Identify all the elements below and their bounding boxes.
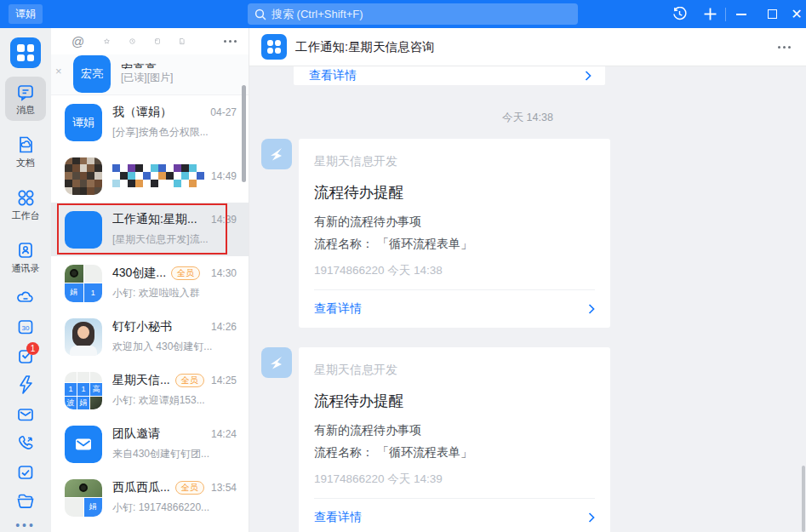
sidebar-item-calls[interactable] [4, 433, 47, 454]
group-avatar: 娟 1 [65, 265, 102, 302]
view-details-link[interactable]: 查看详情 [314, 510, 362, 525]
mention-icon[interactable]: @ [71, 34, 84, 49]
chat-item-censored[interactable]: 14:49 [51, 149, 249, 203]
card-link-row[interactable]: 查看详情 [314, 498, 595, 532]
mail-icon [15, 404, 36, 425]
sidebar-item-todo[interactable]: 1 [4, 346, 47, 366]
close-icon: ✕ [791, 8, 802, 21]
chevron-right-icon [588, 512, 595, 523]
sidebar-item-messages[interactable]: 消息 [5, 77, 46, 121]
sidebar-item-folder[interactable] [4, 491, 47, 512]
chat-time: 14:39 [206, 214, 237, 226]
search-placeholder: 搜索 (Ctrl+Shift+F) [272, 7, 363, 22]
folder-icon [15, 491, 36, 512]
sidebar-item-calendar[interactable]: 30 [4, 317, 47, 337]
group-avatar: 1 1 高 波 娟 [65, 372, 102, 409]
recent-clock-icon[interactable] [129, 34, 135, 49]
all-members-badge: 全员 [175, 481, 204, 495]
chat-preview: [已读][图片] [121, 71, 237, 85]
app-avatar [261, 139, 292, 169]
close-button[interactable]: ✕ [787, 0, 806, 28]
avatar: 谭娟 [65, 104, 102, 141]
conversation-title: 工作通知:星期天信息咨询 [295, 39, 435, 55]
conversation-more-icon[interactable] [778, 46, 791, 49]
card-link-row[interactable]: 查看详情 [314, 289, 595, 328]
sidebar-item-drive[interactable] [4, 288, 47, 308]
chat-time: 14:24 [206, 428, 237, 440]
sidebar-item-mail[interactable] [4, 404, 47, 425]
chat-preview: 小钉: 欢迎啦啦入群 [112, 286, 237, 300]
search-icon [254, 9, 266, 20]
device-icon[interactable] [155, 34, 160, 49]
date-divider: 今天 14:38 [249, 111, 806, 125]
global-search-input[interactable]: 搜索 (Ctrl+Shift+F) [248, 3, 578, 25]
chat-preview: 小钉: 19174866220... [112, 501, 237, 515]
sidebar-more-icon[interactable]: ••• [15, 518, 36, 532]
sidebar-item-docs[interactable]: 文档 [5, 129, 46, 174]
notification-card[interactable]: 星期天信息开发 流程待办提醒 有新的流程待办事项 流程名称： 「循环流程表单」 … [299, 347, 610, 532]
card-meta: 19174866220 今天 14:38 [299, 263, 610, 278]
chat-name-clipped: 宏亮亮 [121, 62, 237, 69]
view-details-link[interactable]: 查看详情 [314, 301, 362, 317]
window-titlebar: 谭娟 搜索 (Ctrl+Shift+F) ✕ [0, 0, 806, 28]
chat-item-hongliang[interactable]: × 宏亮 宏亮亮 [已读][图片] [51, 54, 249, 95]
sidebar-item-flash[interactable] [4, 375, 47, 395]
minimize-button[interactable] [726, 0, 757, 28]
minimize-icon [736, 14, 746, 15]
chat-item-secretary[interactable]: 钉钉小秘书 14:26 欢迎加入 430创建钉... [51, 310, 249, 363]
sidebar-label-docs: 文档 [16, 157, 35, 169]
chat-item-work-notice[interactable]: 工作通知:星期... 14:39 [星期天信息开发]流... [51, 203, 249, 256]
chat-item-watermelon-group[interactable]: 娟 西瓜西瓜... 全员 13:54 小钉: 19174866220... [51, 471, 249, 524]
conversation-scrollbar[interactable] [802, 466, 805, 532]
close-chat-icon[interactable]: × [55, 65, 62, 77]
sidebar-item-contacts[interactable]: 通讯录 [5, 235, 46, 279]
message-row: 星期天信息开发 流程待办提醒 有新的流程待办事项 流程名称： 「循环流程表单」 … [261, 139, 806, 328]
chat-icon [15, 82, 36, 102]
envelope-icon [74, 435, 93, 454]
partial-message-card[interactable]: 查看详情 [294, 66, 605, 85]
all-members-badge: 全员 [171, 266, 200, 280]
work-notice-avatar [261, 34, 287, 60]
chat-time: 13:54 [206, 482, 237, 494]
history-button[interactable] [664, 0, 695, 28]
plus-icon [704, 8, 717, 20]
card-title: 流程待办提醒 [299, 169, 610, 203]
file-icon[interactable] [180, 34, 185, 49]
chat-item-team-invite[interactable]: 团队邀请 14:24 来自430创建钉钉团... [51, 417, 249, 471]
todo-badge: 1 [26, 342, 39, 355]
view-details-link[interactable]: 查看详情 [309, 68, 357, 83]
chat-item-self[interactable]: 谭娟 我（谭娟） 04-27 [分享]按角色分权限... [51, 95, 249, 149]
sidebar-label-workbench: 工作台 [12, 209, 40, 222]
star-icon[interactable] [104, 34, 110, 49]
add-button[interactable] [695, 0, 725, 28]
chat-preview: 欢迎加入 430创建钉... [112, 340, 237, 354]
avatar: 宏亮 [73, 55, 111, 93]
left-sidebar: 消息 文档 工作台 通讯录 30 1 ••• [0, 28, 51, 532]
chat-item-430-group[interactable]: 娟 1 430创建... 全员 14:30 小钉: 欢迎啦啦入群 [51, 256, 249, 310]
maximize-button[interactable] [757, 0, 787, 28]
sidebar-label-messages: 消息 [16, 104, 35, 117]
conversation-header: 工作通知:星期天信息咨询 [249, 28, 806, 66]
profile-avatar-button[interactable] [0, 37, 51, 68]
chat-time: 04-27 [205, 106, 237, 118]
chat-item-xingqitian-group[interactable]: 1 1 高 波 娟 星期天信... 全员 14:25 小钉: 欢迎谭娟153..… [51, 363, 249, 417]
chat-preview: 来自430创建钉钉团... [112, 447, 237, 461]
chat-time: 14:25 [206, 375, 237, 386]
card-meta: 19174866220 今天 14:39 [299, 472, 610, 487]
card-line: 流程名称： 「循环流程表单」 [299, 237, 610, 252]
chat-name: 我（谭娟） [112, 105, 172, 120]
sidebar-item-workbench[interactable]: 工作台 [5, 182, 46, 226]
list-more-icon[interactable] [224, 40, 237, 43]
current-user-chip[interactable]: 谭娟 [9, 4, 43, 24]
notification-card[interactable]: 星期天信息开发 流程待办提醒 有新的流程待办事项 流程名称： 「循环流程表单」 … [299, 139, 610, 328]
video-icon [15, 462, 36, 483]
chat-name: 工作通知:星期... [112, 212, 197, 227]
sidebar-item-video[interactable] [4, 462, 47, 483]
chat-name: 钉钉小秘书 [112, 319, 172, 335]
chat-list-scrollbar[interactable] [242, 85, 246, 182]
group-avatar: 娟 [65, 479, 102, 517]
card-line: 流程名称： 「循环流程表单」 [299, 445, 610, 460]
lightning-icon [16, 375, 35, 395]
chat-time: 14:49 [206, 170, 237, 182]
message-row: 星期天信息开发 流程待办提醒 有新的流程待办事项 流程名称： 「循环流程表单」 … [261, 347, 806, 532]
